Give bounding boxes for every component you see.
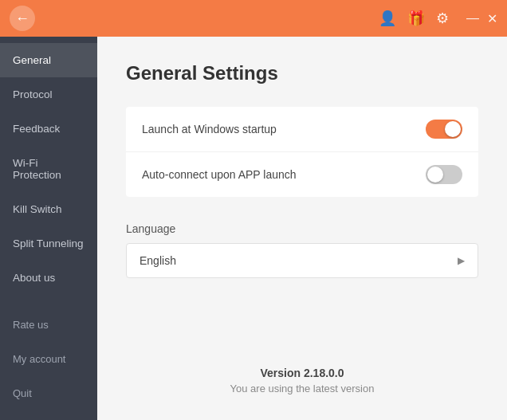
sidebar: General Protocol Feedback Wi-Fi Protecti… bbox=[0, 37, 97, 420]
sidebar-nav: General Protocol Feedback Wi-Fi Protecti… bbox=[0, 37, 97, 308]
toggle-thumb-off bbox=[427, 167, 443, 183]
auto-connect-row: Auto-connect upon APP launch bbox=[126, 152, 478, 197]
auto-connect-label: Auto-connect upon APP launch bbox=[142, 168, 297, 181]
sidebar-item-split-tunneling[interactable]: Split Tunneling bbox=[0, 226, 97, 261]
titlebar: ← 👤 🎁 ⚙ — ✕ bbox=[0, 0, 507, 37]
content-area: General Settings Launch at Windows start… bbox=[97, 37, 507, 420]
window-controls: — ✕ bbox=[466, 11, 497, 26]
back-icon: ← bbox=[15, 10, 29, 27]
sidebar-item-kill-switch[interactable]: Kill Switch bbox=[0, 192, 97, 226]
version-status: You are using the latest version bbox=[126, 383, 478, 394]
titlebar-right: 👤 🎁 ⚙ — ✕ bbox=[379, 10, 497, 27]
settings-card: Launch at Windows startup Auto-connect u… bbox=[126, 107, 478, 197]
language-selected-text: English bbox=[140, 254, 176, 267]
settings-icon[interactable]: ⚙ bbox=[436, 10, 449, 27]
titlebar-left: ← bbox=[10, 6, 35, 31]
sidebar-item-feedback[interactable]: Feedback bbox=[0, 112, 97, 146]
close-button[interactable]: ✕ bbox=[487, 11, 497, 26]
sidebar-item-about-us[interactable]: About us bbox=[0, 261, 97, 295]
launch-startup-toggle[interactable] bbox=[426, 120, 462, 139]
sidebar-item-wifi-protection[interactable]: Wi-Fi Protection bbox=[0, 146, 97, 192]
sidebar-item-quit[interactable]: Quit bbox=[0, 376, 97, 410]
sidebar-item-rate-us[interactable]: Rate us bbox=[0, 308, 97, 342]
content-inner: General Settings Launch at Windows start… bbox=[126, 62, 478, 394]
sidebar-item-general[interactable]: General bbox=[0, 43, 97, 77]
account-icon[interactable]: 👤 bbox=[379, 10, 396, 27]
version-number: Version 2.18.0.0 bbox=[126, 367, 478, 379]
version-section: Version 2.18.0.0 You are using the lates… bbox=[126, 319, 478, 394]
page-title: General Settings bbox=[126, 62, 478, 84]
language-section-label: Language bbox=[126, 222, 478, 235]
toggle-thumb-on bbox=[445, 121, 461, 137]
sidebar-item-protocol[interactable]: Protocol bbox=[0, 77, 97, 112]
launch-startup-label: Launch at Windows startup bbox=[142, 123, 277, 135]
auto-connect-toggle[interactable] bbox=[426, 165, 462, 184]
launch-startup-row: Launch at Windows startup bbox=[126, 107, 478, 152]
language-section: Language English ▶ bbox=[126, 222, 478, 278]
sidebar-bottom: Rate us My account Quit bbox=[0, 308, 97, 420]
back-button[interactable]: ← bbox=[10, 6, 35, 31]
main-layout: General Protocol Feedback Wi-Fi Protecti… bbox=[0, 37, 507, 420]
gift-icon[interactable]: 🎁 bbox=[407, 10, 425, 27]
sidebar-item-my-account[interactable]: My account bbox=[0, 342, 97, 376]
language-arrow-icon: ▶ bbox=[458, 255, 465, 266]
minimize-button[interactable]: — bbox=[466, 11, 479, 26]
language-selector[interactable]: English ▶ bbox=[126, 243, 478, 278]
